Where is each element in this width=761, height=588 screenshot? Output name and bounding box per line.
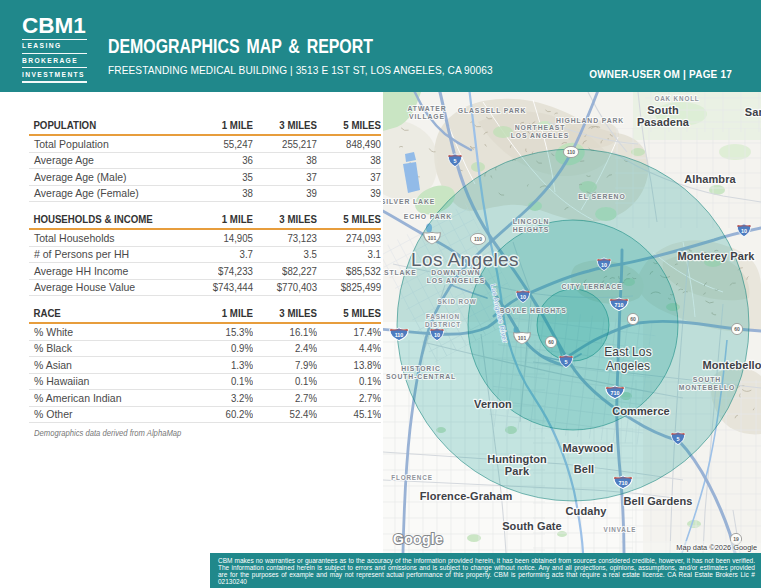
row-value: 37 [322,171,381,183]
row-value: 52.4% [258,408,317,420]
svg-text:5: 5 [565,359,568,365]
cbm1-logo: CBM1 LEASINGBROKERAGEINVESTMENTS [22,15,87,86]
map-label-downtown-los-angeles: DOWNTOWNLOS ANGELES [427,269,485,284]
row-value: $770,403 [258,281,317,293]
disclaimer-line: The information contained herein is subj… [218,564,755,571]
shield-state-60: 60 [731,323,742,334]
map-label-boyle-heights: BOYLE HEIGHTS [499,307,566,314]
svg-text:10: 10 [601,262,607,268]
column-header: 1 MILE [197,119,253,131]
map-label-vernon: Vernon [474,398,512,410]
table-row: Average Age (Male)353737 [29,169,381,186]
row-value: 3.1 [322,248,381,260]
row-label: % Hawaiian [29,375,189,387]
row-value: 2.4% [258,342,317,354]
row-label: % Asian [29,359,189,371]
row-label: % White [29,326,189,338]
map-label-silver-lake: SILVER LAKE [383,198,435,205]
table-row: % Black0.9%2.4%4.4% [29,341,381,358]
map-label-montebello: Montebello [702,359,761,371]
row-value: 16.1% [258,326,317,338]
column-header: 5 MILES [325,119,381,131]
map-attribution: Map data ©2026 Google [643,541,761,553]
row-value: 3.5 [258,248,317,260]
column-header: 1 MILE [197,213,253,225]
shield-state-60: 60 [627,313,638,324]
map-label-skid-row: SKID ROW [438,298,477,305]
svg-text:5: 5 [454,158,457,164]
row-value: 2.7% [322,392,381,404]
table-row: Average Age363838 [29,153,381,170]
row-value: 55,247 [194,138,253,150]
table-footnote: Demographics data derived from AlphaMap [34,428,346,438]
table-header-row: POPULATION1 MILE3 MILES5 MILES [29,119,381,136]
page-subtitle: FREESTANDING MEDICAL BUILDING | 3513 E 1… [108,64,493,76]
table-row: # of Persons per HH3.73.53.1 [29,247,381,264]
row-value: $825,499 [322,281,381,293]
table-row: Average House Value$743,444$770,403$825,… [29,280,381,297]
shield-state-110: 110 [563,146,578,157]
map-label-oak-knoll: OAK KNOLL [654,95,699,102]
logo-divider [22,81,87,82]
svg-text:110: 110 [474,236,482,242]
row-label: Average HH Income [29,265,189,277]
svg-text:101: 101 [428,235,437,241]
logo-divider [22,53,87,54]
row-label: Average Age (Male) [29,171,189,183]
map-label-south-gate: South Gate [502,520,562,532]
svg-text:710: 710 [611,390,620,396]
map-label-atwater-village: ATWATERVILLAGE [408,105,447,120]
map-label-lincoln-heights: LINCOLNHEIGHTS [513,218,550,233]
row-label: % American Indian [29,392,189,404]
table-row: % American Indian3.2%2.7%2.7% [29,390,381,407]
row-value: $74,233 [194,265,253,277]
row-value: 37 [258,171,317,183]
logo-divider [22,39,87,40]
row-value: 1.3% [194,359,253,371]
logo-divider [22,67,87,68]
svg-text:60: 60 [630,316,636,322]
header-band: CBM1 LEASINGBROKERAGEINVESTMENTS DEMOGRA… [0,0,761,92]
shield-state-110: 110 [470,233,485,244]
row-value: 15.3% [194,326,253,338]
table-title: RACE [29,307,170,319]
map-label-monterey-park: Monterey Park [677,250,755,262]
table-row: % Asian1.3%7.9%13.8% [29,357,381,374]
row-label: Total Households [29,232,189,244]
svg-text:10: 10 [520,294,526,300]
svg-text:10: 10 [741,228,747,234]
svg-text:5: 5 [677,436,680,442]
map-label-east-los-angeles: East LosAngeles [604,345,652,373]
disclaimer-line: 02130240 [218,578,755,585]
svg-text:110: 110 [395,332,404,338]
row-value: 274,093 [322,232,381,244]
row-value: 39 [258,187,317,199]
table-row: Total Households14,90573,123274,093 [29,230,381,247]
map-container[interactable]: 5110101011101010710606011010101605710571… [383,92,761,553]
column-header: 3 MILES [261,119,317,131]
table-row: % Other60.2%52.4%45.1% [29,407,381,424]
row-value: 73,123 [258,232,317,244]
shield-state-60: 60 [545,336,556,347]
row-value: 3.7 [194,248,253,260]
row-value: 39 [322,187,381,199]
map-label-bell: Bell [574,463,595,475]
map-label-maywood: Maywood [563,442,614,454]
map-attribution-text: Map data ©2026 Google [676,543,757,552]
map-label-florence: FLORENCE [391,474,432,481]
svg-text:710: 710 [615,302,624,308]
row-value: 255,217 [258,138,317,150]
map-label-el-sereno: EL SERENO [578,193,625,200]
row-value: 35 [194,171,253,183]
table-title: HOUSEHOLDS & INCOME [29,213,170,225]
table-row: % White15.3%16.1%17.4% [29,324,381,341]
row-value: 45.1% [322,408,381,420]
row-value: 848,490 [322,138,381,150]
table-row: Average Age (Female)383939 [29,186,381,203]
row-label: % Black [29,342,189,354]
logo-wordmark: CBM1 [22,15,87,37]
table-row: Total Population55,247255,217848,490 [29,136,381,153]
table-households-income: HOUSEHOLDS & INCOME1 MILE3 MILES5 MILEST… [29,213,381,296]
row-value: 38 [322,154,381,166]
map-label-alhambra: Alhambra [684,173,736,185]
